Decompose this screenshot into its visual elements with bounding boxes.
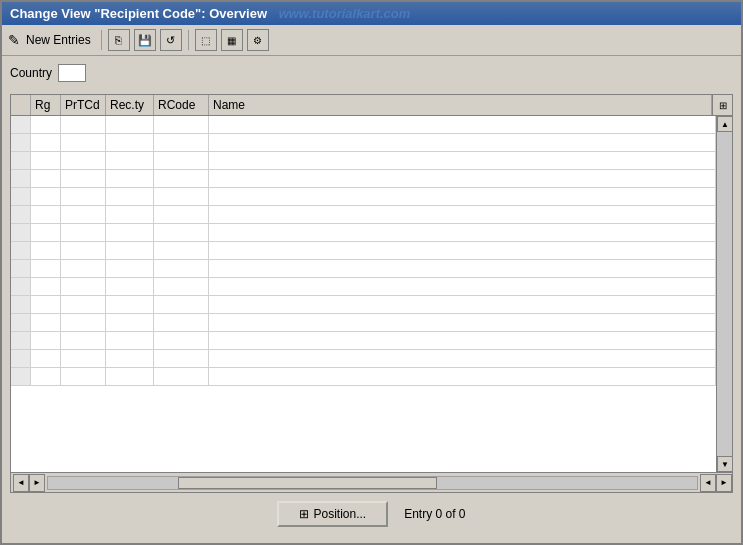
scroll-up-button[interactable]: ▲ <box>717 116 732 132</box>
row-checkbox[interactable] <box>11 314 31 331</box>
hscroll-far-right-button[interactable]: ► <box>716 474 732 492</box>
col-resize-button[interactable]: ⊞ <box>712 95 732 115</box>
row-checkbox[interactable] <box>11 116 31 133</box>
cell-rcode <box>154 332 209 349</box>
row-checkbox[interactable] <box>11 368 31 385</box>
hscroll-thumb[interactable] <box>178 477 438 489</box>
table-row[interactable] <box>11 260 716 278</box>
table-row[interactable] <box>11 278 716 296</box>
row-checkbox[interactable] <box>11 170 31 187</box>
table-row[interactable] <box>11 332 716 350</box>
toolbar-btn-select[interactable]: ▦ <box>221 29 243 51</box>
row-checkbox[interactable] <box>11 350 31 367</box>
cell-prtcd <box>61 242 106 259</box>
country-input[interactable] <box>58 64 86 82</box>
cell-name <box>209 116 716 133</box>
cell-name <box>209 224 716 241</box>
cell-recty <box>106 242 154 259</box>
hscroll-right-button[interactable]: ► <box>29 474 45 492</box>
row-checkbox[interactable] <box>11 206 31 223</box>
col-header-rcode: RCode <box>154 95 209 115</box>
vertical-scrollbar: ▲ ▼ <box>716 116 732 472</box>
table-row[interactable] <box>11 368 716 386</box>
horizontal-scrollbar-area: ◄ ► ◄ ► <box>11 472 732 492</box>
cell-rcode <box>154 260 209 277</box>
row-checkbox[interactable] <box>11 260 31 277</box>
table-row[interactable] <box>11 152 716 170</box>
row-checkbox[interactable] <box>11 242 31 259</box>
hscroll-left-button[interactable]: ◄ <box>13 474 29 492</box>
cell-recty <box>106 134 154 151</box>
table-row[interactable] <box>11 242 716 260</box>
cell-rg <box>31 296 61 313</box>
country-label: Country <box>10 66 52 80</box>
hscroll-end-buttons: ◄ ► <box>700 474 732 492</box>
row-checkbox[interactable] <box>11 188 31 205</box>
cell-rg <box>31 260 61 277</box>
row-checkbox[interactable] <box>11 152 31 169</box>
cell-rg <box>31 224 61 241</box>
toolbar-btn-save[interactable]: 💾 <box>134 29 156 51</box>
table-row[interactable] <box>11 206 716 224</box>
cell-name <box>209 206 716 223</box>
table-row[interactable] <box>11 116 716 134</box>
scrollbar-track <box>717 132 732 456</box>
position-icon: ⊞ <box>299 507 309 521</box>
watermark: www.tutorialkart.com <box>279 6 411 21</box>
cell-name <box>209 368 716 385</box>
cell-rcode <box>154 152 209 169</box>
cell-rg <box>31 368 61 385</box>
row-checkbox[interactable] <box>11 134 31 151</box>
cell-rg <box>31 134 61 151</box>
toolbar-btn-move[interactable]: ⬚ <box>195 29 217 51</box>
cell-rcode <box>154 314 209 331</box>
cell-name <box>209 188 716 205</box>
scroll-down-button[interactable]: ▼ <box>717 456 732 472</box>
cell-prtcd <box>61 206 106 223</box>
move-icon: ⬚ <box>201 35 210 46</box>
table-row[interactable] <box>11 314 716 332</box>
row-checkbox[interactable] <box>11 278 31 295</box>
cell-rg <box>31 350 61 367</box>
cell-recty <box>106 278 154 295</box>
toolbar-btn-config[interactable]: ⚙ <box>247 29 269 51</box>
cell-name <box>209 314 716 331</box>
table-row[interactable] <box>11 224 716 242</box>
config-icon: ⚙ <box>253 35 262 46</box>
table-row[interactable] <box>11 134 716 152</box>
cell-name <box>209 134 716 151</box>
copy-icon: ⎘ <box>115 34 122 46</box>
cell-prtcd <box>61 314 106 331</box>
cell-recty <box>106 296 154 313</box>
toolbar-btn-undo[interactable]: ↺ <box>160 29 182 51</box>
table-row[interactable] <box>11 350 716 368</box>
cell-recty <box>106 206 154 223</box>
position-button[interactable]: ⊞ Position... <box>277 501 388 527</box>
table-row[interactable] <box>11 188 716 206</box>
cell-rcode <box>154 206 209 223</box>
cell-rg <box>31 152 61 169</box>
toolbar-btn-copy[interactable]: ⎘ <box>108 29 130 51</box>
cell-rg <box>31 314 61 331</box>
cell-rg <box>31 188 61 205</box>
table-row[interactable] <box>11 170 716 188</box>
cell-rg <box>31 206 61 223</box>
row-checkbox[interactable] <box>11 332 31 349</box>
cell-rcode <box>154 278 209 295</box>
cell-name <box>209 332 716 349</box>
table-header: Rg PrTCd Rec.ty RCode Name ⊞ <box>11 95 732 116</box>
table-body: ▲ ▼ <box>11 116 732 472</box>
hscroll-far-left-button[interactable]: ◄ <box>700 474 716 492</box>
cell-name <box>209 260 716 277</box>
table-row[interactable] <box>11 296 716 314</box>
toolbar-pencil-icon: ✎ <box>8 32 20 48</box>
cell-name <box>209 170 716 187</box>
cell-recty <box>106 332 154 349</box>
cell-prtcd <box>61 134 106 151</box>
cell-name <box>209 278 716 295</box>
col-header-rg: Rg <box>31 95 61 115</box>
row-checkbox[interactable] <box>11 296 31 313</box>
toolbar-separator-2 <box>188 30 189 50</box>
new-entries-label: New Entries <box>26 33 91 47</box>
row-checkbox[interactable] <box>11 224 31 241</box>
